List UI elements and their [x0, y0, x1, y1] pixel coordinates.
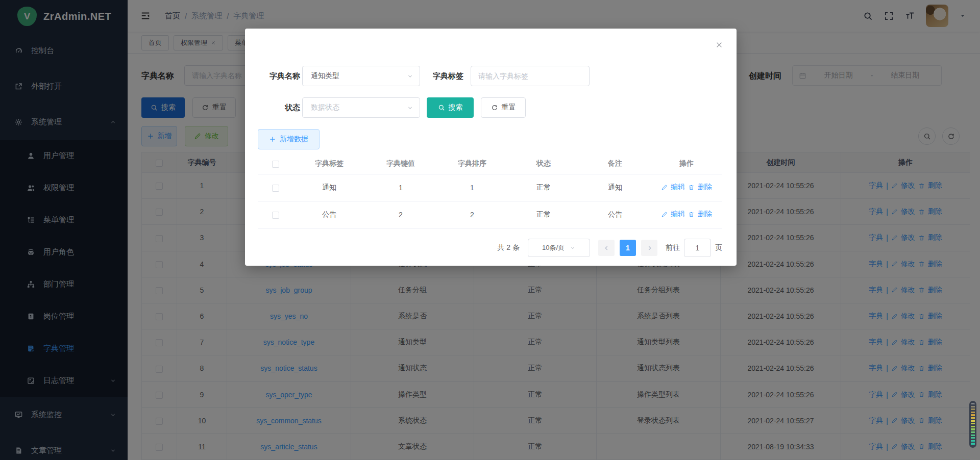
modal-search-button[interactable]: 搜索 — [427, 97, 474, 118]
modal-dict-data-table: 字典标签字典键值字典排序状态备注操作 通知11正常通知编辑删除公告22正常公告编… — [258, 154, 722, 228]
action-delete-link[interactable]: 删除 — [688, 210, 712, 219]
dict-value-cell: 2 — [365, 201, 436, 228]
modal-dict-name-label: 字典名称 — [254, 71, 300, 81]
remark-cell: 公告 — [579, 201, 651, 228]
dict-label-cell: 公告 — [293, 201, 365, 228]
dict-value-cell: 1 — [365, 174, 436, 201]
trash-icon — [688, 211, 695, 218]
page-1-button[interactable]: 1 — [620, 240, 636, 256]
action-edit-link[interactable]: 编辑 — [661, 210, 685, 219]
modal-reset-label: 重置 — [502, 103, 516, 112]
row-actions: 编辑删除 — [661, 183, 712, 192]
trash-icon — [688, 184, 695, 191]
goto-label: 前往 — [666, 243, 680, 252]
modal-table-row: 公告22正常公告编辑删除 — [258, 201, 722, 228]
row-checkbox[interactable] — [272, 185, 279, 192]
close-icon[interactable] — [715, 41, 723, 49]
dict-label-cell: 通知 — [293, 174, 365, 201]
row-checkbox[interactable] — [272, 212, 279, 219]
chevron-down-icon — [570, 245, 576, 251]
modal-select-all-header — [258, 154, 293, 174]
action-cell: 编辑删除 — [651, 201, 722, 228]
screen: V ZrAdmin.NET 控制台外部打开系统管理用户管理权限管理菜单管理用户角… — [0, 0, 980, 460]
action-cell: 编辑删除 — [651, 174, 722, 201]
page-unit-label: 页 — [715, 243, 722, 252]
page-size-select[interactable]: 10条/页 — [528, 239, 590, 257]
row-actions: 编辑删除 — [661, 210, 712, 219]
scrollbar-stripes — [971, 403, 975, 446]
modal-add-data-label: 新增数据 — [280, 135, 308, 144]
goto-page-input[interactable] — [684, 239, 711, 257]
action-delete-link[interactable]: 删除 — [688, 183, 712, 192]
chevron-left-icon — [603, 245, 610, 251]
pencil-icon — [661, 184, 668, 191]
chevron-down-icon — [407, 73, 413, 80]
modal-pagination: 共 2 条 10条/页 1 前往 页 — [245, 239, 722, 257]
modal-dict-name-select[interactable]: 通知类型 — [302, 66, 420, 86]
scrollbar-thumb[interactable] — [969, 401, 976, 448]
modal-column-header: 字典键值 — [365, 154, 436, 174]
modal-dict-name-value: 通知类型 — [311, 71, 339, 81]
page-size-value: 10条/页 — [542, 243, 565, 252]
modal-column-header: 字典排序 — [436, 154, 508, 174]
row-select-cell — [258, 201, 293, 228]
modal-search-label: 搜索 — [449, 103, 463, 112]
row-select-cell — [258, 174, 293, 201]
next-page-button[interactable] — [641, 240, 657, 256]
modal-status-select[interactable]: 数据状态 — [302, 97, 420, 118]
modal-status-placeholder: 数据状态 — [311, 103, 339, 112]
dict-sort-cell: 1 — [436, 174, 508, 201]
modal-column-header: 备注 — [579, 154, 651, 174]
status-cell: 正常 — [508, 201, 579, 228]
goto-page: 前往 页 — [666, 239, 722, 257]
pagination-total: 共 2 条 — [497, 243, 520, 252]
chevron-down-icon — [407, 105, 413, 111]
refresh-icon — [491, 104, 498, 111]
search-icon — [438, 104, 445, 111]
modal-table-row: 通知11正常通知编辑删除 — [258, 174, 722, 201]
plus-icon — [269, 136, 276, 143]
modal-dict-tag-label: 字典标签 — [419, 71, 463, 81]
modal-column-header: 操作 — [651, 154, 722, 174]
pencil-icon — [661, 211, 668, 218]
pager-buttons: 1 — [598, 240, 657, 256]
modal-column-header: 状态 — [508, 154, 579, 174]
modal-dict-tag-input[interactable] — [471, 66, 590, 86]
action-edit-link[interactable]: 编辑 — [661, 183, 685, 192]
prev-page-button[interactable] — [598, 240, 615, 256]
dict-data-modal: 字典名称 通知类型 字典标签 状态 数据状态 搜索 重置 新增数据 — [245, 29, 737, 266]
modal-reset-button[interactable]: 重置 — [481, 97, 526, 118]
status-cell: 正常 — [508, 174, 579, 201]
remark-cell: 通知 — [579, 174, 651, 201]
chevron-right-icon — [646, 245, 653, 251]
modal-column-header: 字典标签 — [293, 154, 365, 174]
select-all-checkbox[interactable] — [272, 161, 279, 168]
modal-status-label: 状态 — [254, 103, 300, 113]
dict-sort-cell: 2 — [436, 201, 508, 228]
modal-add-data-button[interactable]: 新增数据 — [258, 129, 320, 149]
